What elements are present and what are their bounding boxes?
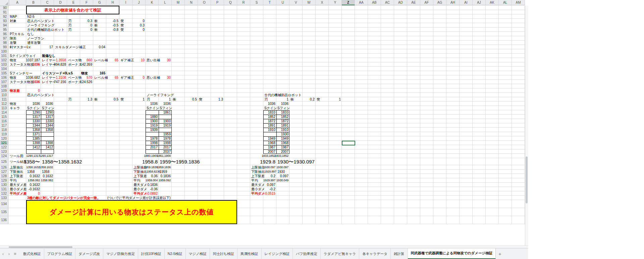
cell-U111[interactable]: 1 bbox=[286, 97, 288, 102]
cell-A93[interactable]: 対象 bbox=[10, 19, 16, 23]
cell-B97[interactable]: ノーブラン bbox=[27, 36, 44, 41]
cell-H102[interactable]: 65 bbox=[115, 58, 118, 62]
cell-B103[interactable]: 1036 bbox=[33, 62, 40, 67]
cell-J130[interactable]: 最大ダメ bbox=[133, 183, 147, 187]
cell-C103[interactable]: レイヤー bbox=[42, 62, 56, 67]
cell-A127[interactable]: 下限抽出 bbox=[10, 170, 23, 174]
cell-G111[interactable]: 衝 bbox=[94, 97, 98, 102]
cell-N111[interactable]: 0.5 bbox=[192, 97, 197, 102]
row-header-106[interactable]: 106 bbox=[0, 75, 8, 80]
cell-E111[interactable]: 刃 bbox=[68, 97, 71, 102]
cell-T110[interactable]: 古代の機械部品ロボット bbox=[264, 93, 302, 97]
column-header-AC[interactable]: AC bbox=[381, 0, 394, 5]
cell-I106[interactable]: ギア補正 bbox=[120, 75, 134, 80]
cell-H106[interactable]: 65 bbox=[115, 75, 118, 80]
cell-L102[interactable]: 30 bbox=[167, 58, 171, 62]
cell-T118[interactable]: 1910 bbox=[268, 128, 275, 132]
row-header-135[interactable]: 135 bbox=[0, 208, 8, 216]
sheet-tab-1[interactable]: 数式化検証 bbox=[20, 248, 44, 259]
cell-P111[interactable]: 1.3 bbox=[218, 97, 223, 102]
cell-T127[interactable]: 1929.897 bbox=[264, 170, 276, 174]
cell-A103[interactable]: ステータス物攻 bbox=[10, 62, 34, 67]
cell-B113[interactable]: Sクイン bbox=[27, 106, 40, 110]
cell-G94[interactable]: 衝 bbox=[94, 23, 98, 27]
row-header-107[interactable]: 107 bbox=[0, 80, 8, 84]
row-header-132[interactable]: 132 bbox=[0, 191, 8, 196]
cell-F102[interactable]: 660 bbox=[87, 58, 92, 62]
column-header-J[interactable]: J bbox=[132, 0, 146, 5]
cell-B129[interactable]: 1358.082 bbox=[28, 178, 40, 183]
cell-J94[interactable]: 0.3 bbox=[140, 23, 145, 27]
cell-K129[interactable]: 1959.004 bbox=[146, 178, 158, 183]
cell-T117[interactable]: 1891 bbox=[268, 123, 275, 128]
row-header-101[interactable]: 101 bbox=[0, 54, 8, 58]
cell-T128[interactable]: 0.2 bbox=[271, 174, 275, 178]
cell-L119[interactable]: 1959 bbox=[163, 132, 171, 136]
cell-L111[interactable]: 1 bbox=[169, 97, 171, 102]
cell-C122[interactable]: 1412 bbox=[46, 145, 53, 149]
cell-A131[interactable]: 最小ダメ差 bbox=[10, 187, 26, 191]
row-header-105[interactable]: 105 bbox=[0, 71, 8, 75]
cell-T131[interactable]: -0.2 bbox=[270, 187, 275, 191]
cell-S127[interactable]: 下限抽出 bbox=[251, 170, 265, 174]
cell-A96[interactable]: PTスキル bbox=[10, 32, 24, 36]
cell-B118[interactable]: 1358 bbox=[33, 128, 40, 132]
cell-K125[interactable]: 1958.8 bbox=[142, 158, 158, 165]
cell-U113[interactable]: Sフィン bbox=[277, 106, 290, 110]
row-header-99[interactable]: 99 bbox=[0, 45, 8, 49]
row-header-116[interactable]: 116 bbox=[0, 119, 8, 123]
cell-T123[interactable]: 2007 bbox=[268, 149, 275, 154]
cell-B126[interactable]: 1358.1632 bbox=[26, 165, 40, 170]
sheet-tab-12[interactable]: ラダメアビ無キャラ bbox=[321, 248, 359, 259]
row-header-136[interactable]: 136 bbox=[0, 216, 8, 224]
row-header-96[interactable]: 96 bbox=[0, 32, 8, 36]
cell-B133[interactable]: 3種の敵に対してダメージパターンが完全一致。 bbox=[27, 196, 100, 200]
cell-E103[interactable]: ボーナス bbox=[68, 62, 82, 67]
tab-scroll-right-icon[interactable]: › bbox=[6, 248, 12, 259]
cell-C127[interactable]: 1358 bbox=[42, 170, 49, 174]
cell-A129[interactable]: 平均 bbox=[10, 178, 16, 183]
cell-E102[interactable]: ベース物 bbox=[68, 58, 82, 62]
column-header-AG[interactable]: AG bbox=[433, 0, 446, 5]
cell-T112[interactable]: 1036 bbox=[268, 102, 275, 106]
cell-J93[interactable]: 0 bbox=[143, 19, 145, 23]
cell-I102[interactable]: ギア補正 bbox=[120, 58, 134, 62]
cell-K131[interactable]: -0.36 bbox=[150, 187, 158, 191]
cell-L106[interactable]: 30 bbox=[167, 75, 171, 80]
row-header-119[interactable]: 119 bbox=[0, 132, 8, 136]
cell-B128[interactable]: 0.1632 bbox=[30, 174, 40, 178]
row-header-104[interactable]: 104 bbox=[0, 67, 8, 71]
cell-A113[interactable]: キャラ bbox=[10, 106, 20, 110]
active-cell-Z121[interactable] bbox=[342, 141, 355, 145]
cell-T114[interactable]: 1833 bbox=[268, 110, 275, 115]
cell-A130[interactable]: 最大ダメ差 bbox=[10, 183, 26, 187]
cell-U124[interactable]: 1833,1852 bbox=[275, 154, 288, 158]
cell-U115[interactable]: 1852 bbox=[281, 115, 288, 119]
sheet-tab-11[interactable]: バフ効果推定 bbox=[293, 248, 321, 259]
column-header-Z[interactable]: Z bbox=[342, 0, 355, 5]
cell-T116[interactable]: 1872 bbox=[268, 119, 275, 123]
cell-H94[interactable]: -0.5 bbox=[113, 23, 118, 27]
sheet-tab-3[interactable]: ダメージ式改 bbox=[75, 248, 103, 259]
cell-F105[interactable]: 物攻 bbox=[81, 71, 88, 75]
row-header-111[interactable]: 111 bbox=[0, 97, 8, 102]
cell-L113[interactable]: Sフィン bbox=[160, 106, 172, 110]
cell-F107[interactable]: 124.526 bbox=[80, 80, 92, 84]
row-header-123[interactable]: 123 bbox=[0, 149, 8, 154]
column-header-AH[interactable]: AH bbox=[446, 0, 460, 5]
cell-U114[interactable]: 1833 bbox=[281, 110, 288, 115]
row-header-131[interactable]: 131 bbox=[0, 187, 8, 191]
cell-K113[interactable]: Sクイン bbox=[147, 106, 159, 110]
cell-A126[interactable]: 上限抽出 bbox=[10, 165, 23, 170]
row-header-95[interactable]: 95 bbox=[0, 27, 8, 32]
cell-I95[interactable]: 突 bbox=[120, 27, 124, 32]
sheet-tab-9[interactable]: 異属性検証 bbox=[237, 248, 262, 259]
row-header-128[interactable]: 128 bbox=[0, 174, 8, 178]
cell-C126[interactable]: 1358.1632 bbox=[39, 165, 53, 170]
cell-D107[interactable]: 747.156 bbox=[54, 80, 66, 84]
cell-C107[interactable]: レイヤー bbox=[42, 80, 56, 84]
column-header-AA[interactable]: AA bbox=[355, 0, 368, 5]
cell-U125[interactable]: 1930〜1930.097 bbox=[277, 158, 315, 165]
column-header-D[interactable]: D bbox=[54, 0, 67, 5]
column-header-U[interactable]: U bbox=[276, 0, 289, 5]
